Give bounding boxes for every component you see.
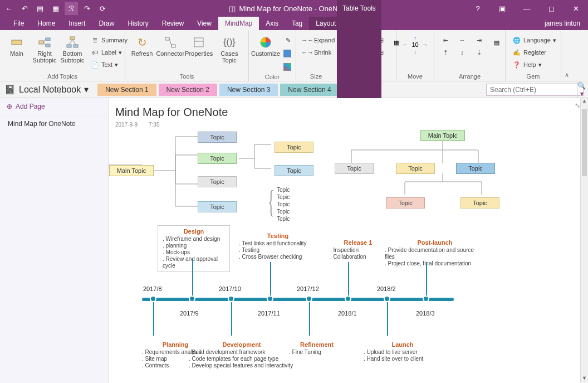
move-up-button[interactable]: ↑	[414, 35, 417, 41]
section-tab-2[interactable]: New Section 2	[159, 84, 217, 96]
menu-history[interactable]: History	[121, 17, 155, 30]
tl-dot-1[interactable]	[189, 295, 195, 302]
phase-postlaunch[interactable]: Post-launch . Provide documentation and …	[385, 239, 485, 267]
arrange-1[interactable]: ⇤	[439, 35, 452, 46]
menu-home[interactable]: Home	[31, 17, 62, 30]
mm2-child-3[interactable]: Topic	[456, 163, 495, 174]
help-button[interactable]: ?	[468, 2, 488, 15]
user-name[interactable]: james linton	[537, 17, 588, 30]
color-preset3-button[interactable]	[281, 61, 295, 72]
minimize-button[interactable]: —	[517, 2, 537, 15]
mm1-topic-4[interactable]: Topic	[198, 201, 237, 212]
summary-button[interactable]: ≣Summary	[88, 35, 130, 46]
mm1-main-topic[interactable]: Main Topic	[109, 165, 154, 176]
mm2-main-topic[interactable]: Main Topic	[420, 130, 465, 141]
tl-month-2: 2017/10	[219, 285, 241, 292]
menu-draw[interactable]: Draw	[92, 17, 121, 30]
mm1-sub-1[interactable]: Topic	[275, 142, 313, 153]
menu-axis[interactable]: Axis	[259, 17, 285, 30]
main-topic-button[interactable]: Main	[4, 35, 29, 58]
page-item-1[interactable]: Mind Map for OneNote	[0, 115, 108, 132]
scroll-down-button[interactable]: ▼	[581, 375, 588, 383]
page-icon[interactable]: ▤	[33, 2, 47, 15]
menu-file[interactable]: File	[7, 17, 31, 30]
mm1-sub-2[interactable]: Topic	[275, 165, 313, 176]
redo-button[interactable]: ↷	[80, 2, 94, 15]
move-distance-value[interactable]: 10	[409, 41, 420, 48]
phase-development[interactable]: Development . Build development framewor…	[189, 341, 295, 369]
right-subtopic-button[interactable]: Right Subtopic	[32, 35, 57, 65]
notebook-selector[interactable]: 📓 Local Notebook ▾	[4, 84, 93, 95]
sync-button[interactable]: ⟳	[96, 2, 109, 15]
help-menu-button[interactable]: ❓Help ▾	[510, 59, 558, 70]
cases-topic-button[interactable]: {()}Cases Topic	[215, 35, 244, 65]
mm1-topic-1[interactable]: Topic	[198, 132, 237, 143]
arrange-5[interactable]: ⇥	[472, 35, 486, 46]
arrange-3[interactable]: ↔	[455, 35, 469, 46]
tl-dot-0[interactable]	[150, 295, 156, 302]
search-box[interactable]: 🔍▾	[486, 84, 584, 96]
connector-button[interactable]: Connector	[158, 35, 183, 58]
color-preset1-button[interactable]: ✎	[281, 35, 295, 46]
vertical-scrollbar[interactable]: ▲ ▼	[580, 98, 588, 383]
search-input[interactable]	[487, 86, 577, 94]
tl-dot-7[interactable]	[423, 295, 429, 302]
tl-dot-2[interactable]	[228, 295, 234, 302]
section-tab-1[interactable]: New Section 1	[97, 84, 156, 96]
tl-dot-6[interactable]	[384, 295, 390, 302]
color-preset2-button[interactable]	[281, 48, 295, 59]
label-button[interactable]: 🏷Label ▾	[88, 47, 130, 58]
undo-button[interactable]: ↶	[18, 2, 31, 15]
menu-insert[interactable]: Insert	[62, 17, 92, 30]
move-down-button[interactable]: ↓	[414, 48, 417, 55]
mindmap-quick-icon[interactable]: ℛ	[65, 2, 78, 15]
scroll-up-button[interactable]: ▲	[581, 98, 588, 106]
shrink-button[interactable]: ←→Shrink	[301, 47, 337, 58]
menu-view[interactable]: View	[190, 17, 218, 30]
arrange-6[interactable]: ⇣	[472, 47, 486, 58]
search-button[interactable]: 🔍▾	[577, 82, 586, 98]
expand-button[interactable]: →←Expand	[301, 35, 337, 46]
mm2-grandchild-1[interactable]: Topic	[386, 197, 425, 209]
page-canvas[interactable]: ⤡ Mind Map for OneNote 2017-9-9 7:35 Mai…	[109, 98, 588, 383]
collapse-ribbon-button[interactable]: ∧	[561, 30, 572, 81]
phase-testing[interactable]: Testing . Test links and functionality. …	[239, 232, 317, 260]
table-icon[interactable]: ▦	[49, 2, 62, 15]
tl-dot-3[interactable]	[267, 295, 273, 302]
menu-review[interactable]: Review	[155, 17, 190, 30]
phase-release1[interactable]: Release 1 . Inspection. Collaboration	[330, 239, 386, 260]
section-tab-4[interactable]: New Section 4	[280, 84, 339, 96]
menu-mindmap[interactable]: MindMap	[218, 17, 259, 30]
maximize-button[interactable]: ◻	[541, 2, 561, 15]
arrange-4[interactable]: ↕	[455, 47, 469, 58]
distribute-button[interactable]: ▤	[489, 35, 504, 50]
menu-tag[interactable]: Tag	[285, 17, 309, 30]
mm2-child-1[interactable]: Topic	[335, 163, 374, 174]
scroll-thumb[interactable]	[582, 109, 587, 176]
language-button[interactable]: 🌐Language ▾	[510, 35, 558, 46]
phase-refinement[interactable]: Refinement . Fine Tuning	[289, 341, 345, 356]
properties-button[interactable]: Properties	[187, 35, 212, 58]
mm1-topic-list[interactable]: TopicTopicTopicTopicTopic	[277, 186, 290, 222]
ribbon-display-button[interactable]: ▣	[492, 2, 512, 15]
mm2-grandchild-2[interactable]: Topic	[460, 197, 499, 209]
register-button[interactable]: ✍Register	[510, 47, 558, 58]
tl-dot-5[interactable]	[345, 295, 351, 302]
add-page-button[interactable]: ⊕Add Page	[0, 98, 108, 115]
section-tab-3[interactable]: New Section 3	[219, 84, 278, 96]
phase-launch[interactable]: Launch . Upload to live server. Hand sit…	[364, 341, 442, 362]
tl-dot-4[interactable]	[306, 295, 312, 302]
close-button[interactable]: ✕	[566, 2, 586, 15]
text-button[interactable]: 📄Text ▾	[88, 59, 130, 70]
move-left-button[interactable]: ←	[402, 41, 408, 48]
refresh-button[interactable]: ↻Refresh	[130, 35, 154, 58]
arrange-2[interactable]: ⇡	[439, 47, 452, 58]
mm1-topic-3[interactable]: Topic	[198, 176, 237, 187]
phase-design-box[interactable]: Design . Wireframe and design. planning.…	[158, 225, 230, 272]
customize-color-button[interactable]: Customize	[253, 35, 278, 58]
back-button[interactable]: ←	[2, 2, 16, 15]
move-right-button[interactable]: →	[422, 41, 428, 48]
mm2-child-2[interactable]: Topic	[396, 163, 435, 174]
bottom-subtopic-button[interactable]: Bottom Subtopic	[60, 35, 85, 65]
mm1-topic-2[interactable]: Topic	[198, 153, 237, 164]
